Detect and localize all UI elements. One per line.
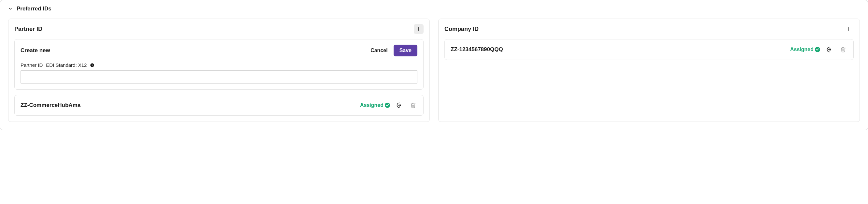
info-icon[interactable] <box>90 63 94 67</box>
delete-button[interactable] <box>839 45 847 54</box>
section-toggle[interactable]: Preferred IDs <box>8 5 860 12</box>
status-badge: Assigned <box>360 102 390 108</box>
add-company-id-button[interactable] <box>844 24 854 34</box>
logout-icon <box>396 102 403 109</box>
company-id-value: ZZ-1234567890QQQ <box>451 46 503 53</box>
chevron-down-icon <box>8 6 13 11</box>
partner-id-field-label: Partner ID <box>21 62 43 68</box>
create-new-title: Create new <box>21 47 50 54</box>
company-id-title: Company ID <box>444 26 478 33</box>
status-label: Assigned <box>790 47 814 53</box>
delete-button[interactable] <box>409 101 417 110</box>
plus-icon <box>846 26 851 32</box>
svg-rect-3 <box>92 64 93 66</box>
create-new-partner-id-form: Create new Cancel Save Partner ID EDI St… <box>14 39 424 90</box>
company-id-row: ZZ-1234567890QQQ Assigned <box>444 39 854 60</box>
check-circle-icon <box>385 103 390 108</box>
preferred-ids-panel: Preferred IDs Partner ID Create new Canc… <box>0 0 868 130</box>
partner-id-row: ZZ-CommerceHubAma Assigned <box>14 95 424 116</box>
plus-icon <box>416 26 421 32</box>
unassign-button[interactable] <box>825 45 834 54</box>
unassign-button[interactable] <box>395 101 404 110</box>
check-circle-icon <box>815 47 820 52</box>
status-label: Assigned <box>360 102 383 108</box>
partner-id-input[interactable] <box>21 70 417 83</box>
logout-icon <box>826 46 833 53</box>
save-button[interactable]: Save <box>394 45 417 56</box>
trash-icon <box>410 102 416 108</box>
partner-id-card: Partner ID Create new Cancel Save <box>8 19 430 122</box>
svg-rect-4 <box>92 64 93 64</box>
section-title: Preferred IDs <box>17 5 52 12</box>
company-id-card: Company ID ZZ-1234567890QQQ Assigned <box>438 19 860 122</box>
partner-id-title: Partner ID <box>14 26 42 33</box>
add-partner-id-button[interactable] <box>414 24 424 34</box>
cancel-button[interactable]: Cancel <box>370 48 388 53</box>
trash-icon <box>840 47 846 53</box>
partner-id-value: ZZ-CommerceHubAma <box>21 102 81 109</box>
edi-standard-label: EDI Standard: X12 <box>46 62 87 68</box>
status-badge: Assigned <box>790 47 820 53</box>
